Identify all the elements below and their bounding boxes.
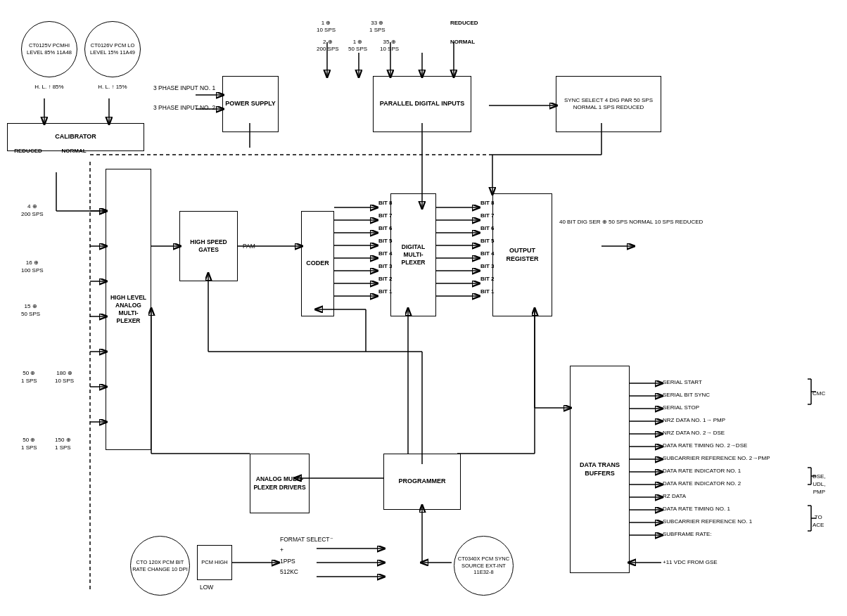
serial-bit-sync: SERIAL BIT SYNC (663, 392, 710, 399)
cmc-label: CMC (813, 390, 825, 397)
digital-mux-block: DIGITAL MULTI- PLEXER (390, 193, 436, 316)
rate-15-50: 15 ⊕ 50 SPS (21, 302, 40, 318)
circle-ct0126v: CT0126V PCM LO LEVEL 15% 11A49 (84, 21, 141, 77)
hl-85-label: H. L. ↑ 85% (21, 83, 77, 91)
serial-stop: SERIAL STOP (663, 404, 699, 411)
40bit-label: 40 BIT DIG SER ⊕ 50 SPS NORMAL 10 SPS RE… (559, 218, 703, 226)
sync-select-block: SYNC SELECT 4 DIG PAR 50 SPS NORMAL 1 SP… (556, 76, 661, 132)
nrz-data-1: NRZ DATA NO. 1→ PMP (663, 417, 725, 424)
pam-label: PAM (243, 243, 255, 250)
circle-pcm-high: PCM HIGH (197, 545, 232, 580)
output-register-block: OUTPUT REGISTER (492, 193, 552, 316)
reduced-top-label: REDUCED (450, 20, 478, 27)
data-rate-timing-1: DATA RATE TIMING NO. 1 (663, 506, 730, 513)
circle-ct0125v: CT0125V PCMHI LEVEL 85% 11A48 (21, 21, 77, 77)
nrz-data-2: NRZ DATA NO. 2→ DSE (663, 430, 725, 437)
low-label: LOW (200, 584, 213, 591)
data-trans-buffers-block: DATA TRANS BUFFERS (570, 366, 630, 573)
subcarrier-ref-1: SUBCARRIER REFERENCE NO. 1 (663, 518, 752, 525)
analog-mux-drivers-block: ANALOG MULTI- PLEXER DRIVERS (250, 454, 310, 513)
3phase-1-label: 3 PHASE INPUT NO. 1 (153, 84, 217, 92)
3phase-2-label: 3 PHASE INPUT NO. 2 (153, 104, 217, 112)
power-supply-block: POWER SUPPLY (222, 76, 279, 132)
data-rate-ind-1: DATA RATE INDICATOR NO. 1 (663, 468, 741, 475)
normal-label: NORMAL (53, 148, 95, 155)
rz-data: RZ DATA (663, 493, 686, 500)
calibrator-block: CALIBRATOR (7, 123, 144, 151)
rate-150-1sps: 150 ⊕ 1 SPS (55, 436, 71, 451)
format-select-label: FORMAT SELECT⁻ + 1PPS 512KC (280, 534, 333, 577)
high-speed-gates-block: HIGH SPEED GATES (179, 211, 238, 281)
rate-4-200: 4 ⊕ 200 SPS (21, 203, 44, 218)
programmer-block: PROGRAMMER (383, 454, 461, 510)
diagram: CT0125V PCMHI LEVEL 85% 11A48 CT0126V PC… (0, 0, 847, 616)
rate-180-10sps: 180 ⊕ 10 SPS (55, 369, 74, 385)
reduced-label: REDUCED (7, 148, 49, 155)
gse-label: +11 VDC FROM GSE (663, 559, 718, 566)
subframe-rate: SUBFRAME RATE: (663, 531, 712, 538)
sps-33-label: 33 ⊕ 1 SPS (369, 20, 386, 34)
sps-35-label: 35 ⊕ 10 SPS (380, 39, 399, 53)
hl-15-label: H. L. ↑ 15% (84, 83, 141, 91)
circle-cto120x: CTO 120X PCM BIT RATE CHANGE 10 DPI (130, 536, 190, 596)
data-rate-timing-2: DATA RATE TIMING NO. 2→DSE (663, 442, 747, 449)
circle-ct0340x: CT0340X PCM SYNC SOURCE EXT-INT 11E32-8 (454, 536, 514, 596)
parallel-digital-block: PARALLEL DIGITAL INPUTS (373, 76, 471, 132)
sps-1b-label: 1 ⊕ 50 SPS (348, 39, 367, 53)
rate-16-100: 16 ⊕ 100 SPS (21, 259, 44, 274)
serial-start: SERIAL START (663, 379, 702, 386)
subcarrier-ref-2: SUBCARRIER REFERENCE NO. 2→PMP (663, 455, 770, 462)
to-ace-label: TO ACE (813, 513, 824, 529)
rate-50-1sps-b: 50 ⊕ 1 SPS (21, 436, 37, 451)
dse-udl-pmp-label: DSE, UDL, PMP (813, 473, 826, 496)
coder-block: CODER (301, 211, 334, 316)
rate-50-1sps-a: 50 ⊕ 1 SPS (21, 369, 37, 385)
normal-top-label: NORMAL (450, 39, 475, 46)
data-rate-ind-2: DATA RATE INDICATOR NO. 2 (663, 480, 741, 487)
sps-2-label: 2 ⊕ 200 SPS (317, 39, 339, 53)
high-level-mux-block: HIGH LEVEL ANALOG MULTI- PLEXER (106, 169, 151, 450)
sps-1-label: 1 ⊕ 10 SPS (317, 20, 336, 34)
